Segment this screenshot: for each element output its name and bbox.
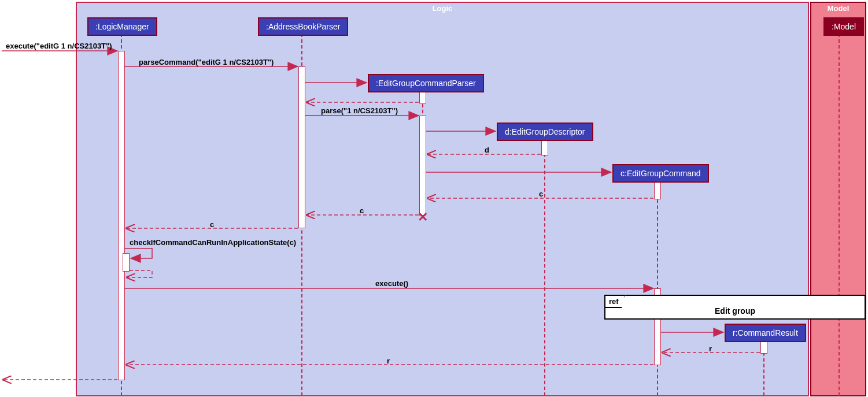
- msg-return-d: d: [485, 146, 489, 154]
- msg-execute2: execute(): [375, 279, 408, 288]
- ref-label: Edit group: [605, 306, 865, 316]
- participant-model: :Model: [823, 17, 864, 36]
- participant-egd: d:EditGroupDescriptor: [497, 123, 593, 141]
- msg-return-c2: c: [360, 206, 364, 215]
- msg-return-c3: c: [210, 220, 214, 229]
- msg-parse: parse("1 n/CS2103T"): [321, 106, 398, 115]
- msg-return-r: r: [709, 344, 712, 353]
- msg-return-r-lm: r: [387, 357, 390, 365]
- act-egcp-parse: [419, 116, 426, 216]
- participant-logicmanager: :LogicManager: [87, 17, 157, 36]
- msg-execute-in: execute("editG 1 n/CS2103T"): [6, 42, 112, 50]
- lifeline-model: [839, 34, 840, 396]
- msg-checkif: checkIfCommandCanRunInApplicationState(c…: [130, 238, 296, 247]
- participant-abp: :AddressBookParser: [258, 17, 348, 36]
- participant-egc: c:EditGroupCommand: [612, 164, 709, 183]
- act-egd: [541, 140, 548, 155]
- ref-frame: ref Edit group: [604, 295, 866, 320]
- act-logicmanager: [118, 51, 125, 380]
- lifeline-egd: [544, 142, 545, 396]
- model-frame-title: Model: [811, 4, 865, 13]
- participant-egcp: :EditGroupCommandParser: [368, 74, 484, 92]
- logic-frame-title: Logic: [77, 4, 808, 13]
- act-egcp-create: [419, 91, 426, 103]
- msg-parsecommand: parseCommand("editG 1 n/CS2103T"): [139, 58, 274, 66]
- act-egc-create: [654, 181, 661, 199]
- participant-cr: r:CommandResult: [725, 324, 806, 342]
- act-lm-self: [123, 253, 130, 272]
- act-cr: [760, 341, 767, 354]
- act-abp: [298, 66, 305, 228]
- msg-return-c1: c: [539, 190, 543, 198]
- destroy-x-icon: ✕: [418, 210, 428, 225]
